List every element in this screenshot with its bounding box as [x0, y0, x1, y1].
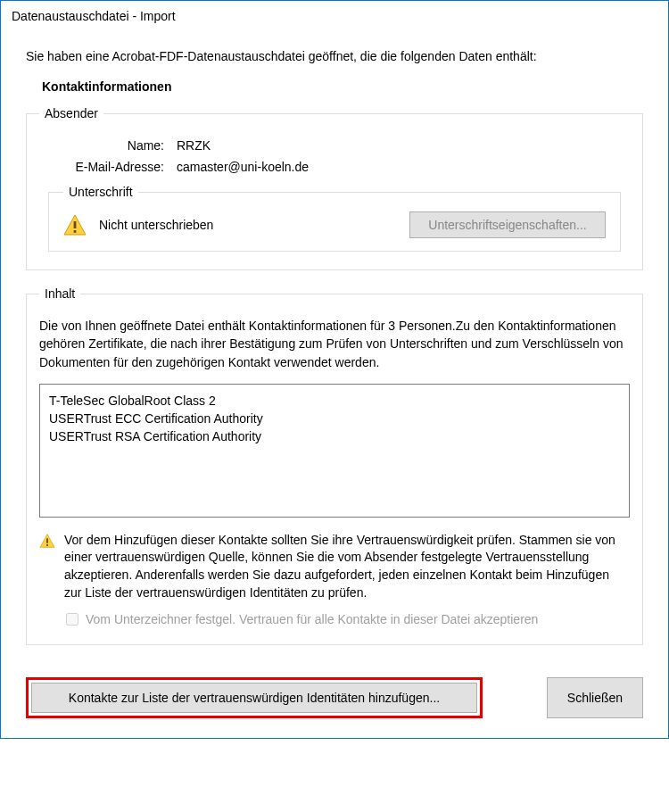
sender-email-row: E-Mail-Adresse: camaster@uni-koeln.de [39, 160, 630, 174]
accept-trust-label: Vom Unterzeichner festgel. Vertrauen für… [86, 612, 538, 626]
sender-group: Absender Name: RRZK E-Mail-Adresse: cama… [26, 106, 643, 270]
dialog-window: Datenaustauschdatei - Import Sie haben e… [0, 0, 669, 739]
accept-trust-checkbox [66, 613, 78, 626]
sender-name-row: Name: RRZK [39, 138, 630, 153]
signature-legend: Unterschrift [63, 185, 138, 199]
svg-rect-1 [74, 221, 77, 228]
list-item[interactable]: USERTrust RSA Certification Authority [49, 427, 620, 445]
warning-icon [63, 214, 87, 236]
trust-warning-block: Vor dem Hinzufügen dieser Kontakte sollt… [39, 532, 630, 601]
add-contacts-highlight: Kontakte zur Liste der vertrauenswürdige… [26, 677, 483, 718]
signature-properties-button: Unterschriftseigenschaften... [409, 211, 606, 238]
trust-warning-text: Vor dem Hinzufügen dieser Kontakte sollt… [64, 532, 630, 601]
contactinfo-heading: Kontaktinformationen [42, 79, 643, 94]
signature-group: Unterschrift Nicht unterschrieben Unters… [48, 185, 621, 252]
signature-row: Nicht unterschrieben Unterschriftseigens… [63, 211, 606, 238]
sender-name-label: Name: [39, 138, 164, 153]
intro-text: Sie haben eine Acrobat-FDF-Datenaustausc… [26, 49, 643, 63]
sender-email-value: camaster@uni-koeln.de [177, 160, 630, 174]
close-button[interactable]: Schließen [547, 677, 643, 718]
dialog-footer: Kontakte zur Liste der vertrauenswürdige… [1, 677, 668, 738]
svg-rect-5 [46, 544, 48, 546]
add-contacts-button[interactable]: Kontakte zur Liste der vertrauenswürdige… [31, 683, 477, 713]
content-description: Die von Ihnen geöffnete Datei enthält Ko… [39, 317, 630, 371]
content-group: Inhalt Die von Ihnen geöffnete Datei ent… [26, 286, 643, 645]
certificate-list[interactable]: T-TeleSec GlobalRoot Class 2 USERTrust E… [39, 384, 630, 518]
sender-email-label: E-Mail-Adresse: [39, 160, 164, 174]
signature-status: Nicht unterschrieben [99, 218, 397, 232]
svg-rect-4 [46, 538, 48, 543]
content-legend: Inhalt [39, 286, 80, 301]
sender-name-value: RRZK [177, 138, 630, 153]
svg-rect-2 [74, 230, 77, 233]
window-title: Datenaustauschdatei - Import [1, 1, 668, 31]
warning-icon [39, 534, 55, 548]
sender-legend: Absender [39, 106, 103, 120]
accept-trust-checkbox-row: Vom Unterzeichner festgel. Vertrauen für… [66, 612, 630, 626]
list-item[interactable]: USERTrust ECC Certification Authority [49, 410, 620, 427]
dialog-body: Sie haben eine Acrobat-FDF-Datenaustausc… [1, 31, 668, 677]
list-item[interactable]: T-TeleSec GlobalRoot Class 2 [49, 392, 620, 410]
